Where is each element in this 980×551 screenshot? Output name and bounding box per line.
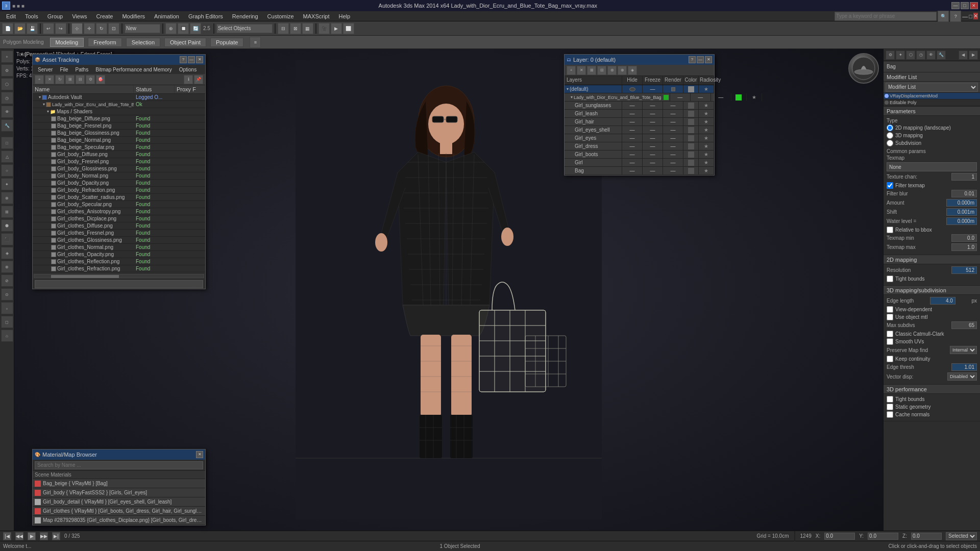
at-pin[interactable]: 📌 bbox=[194, 75, 203, 84]
radio-subdiv-input[interactable] bbox=[887, 140, 893, 146]
lw-close[interactable]: ✕ bbox=[705, 56, 712, 63]
sidebar-motion[interactable]: ◷ bbox=[1, 92, 13, 104]
at-row-8[interactable]: Girl_body_Normal.pngFound bbox=[33, 172, 205, 180]
search-button[interactable]: 🔍 bbox=[938, 11, 949, 22]
texmap-max-input[interactable] bbox=[951, 243, 977, 251]
parameters-header[interactable]: Parameters bbox=[884, 107, 980, 116]
at-row-0[interactable]: Bag_beige_Diffuse.pngFound bbox=[33, 115, 205, 122]
at-row-13[interactable]: Girl_clothes_Anisotropy.pngFound bbox=[33, 208, 205, 215]
at-row-maps[interactable]: ▾ 📁 Maps / Shaders bbox=[33, 108, 205, 115]
tight-bounds-check[interactable]: Tight bounds bbox=[887, 276, 977, 282]
mb-item-0[interactable]: Bag_beige { VRayMtl } [Bag] bbox=[33, 479, 205, 488]
radio-subdivision[interactable]: Subdivision bbox=[887, 140, 977, 146]
sidebar-extra14[interactable]: ◻ bbox=[1, 316, 13, 328]
lw-row-dress[interactable]: Girl_dress —— — ★ bbox=[565, 142, 714, 151]
at-row-1[interactable]: Bag_beige_Fresnel.pngFound bbox=[33, 122, 205, 130]
tex-channel-input[interactable] bbox=[951, 173, 977, 181]
mirror-button[interactable]: ⊟ bbox=[278, 23, 289, 34]
tab-populate[interactable]: Populate bbox=[210, 38, 243, 47]
at-row-7[interactable]: Girl_body_Glossiness.pngFound bbox=[33, 165, 205, 172]
filter-texmap-check[interactable]: Filter texmap bbox=[887, 182, 977, 189]
render-button[interactable]: ▶ bbox=[331, 23, 342, 34]
sidebar-hierarchy[interactable]: ⬡ bbox=[1, 78, 13, 90]
at-row-12[interactable]: Girl_body_Specular.pngFound bbox=[33, 201, 205, 208]
modifier-item-vray[interactable]: VRayDisplacementMod bbox=[884, 93, 980, 99]
cache-normals-input[interactable] bbox=[887, 411, 893, 418]
lw-row-lady[interactable]: ▾Lady_with_Dior_Ecru_and_Blue_Tote_Bag —… bbox=[565, 93, 714, 102]
2d-mapping-header[interactable]: 2D mapping bbox=[884, 255, 980, 264]
sidebar-extra8[interactable]: ⬛ bbox=[1, 233, 13, 245]
menu-tools[interactable]: Tools bbox=[21, 12, 42, 20]
at-row-21[interactable]: Girl_clothes_Refraction.pngFound bbox=[33, 265, 205, 272]
sidebar-extra6[interactable]: ⊞ bbox=[1, 206, 13, 218]
lw-row-bag[interactable]: Bag —— — ★ bbox=[565, 167, 714, 175]
at-row-20[interactable]: Girl_clothes_Reflection.pngFound bbox=[33, 258, 205, 265]
menu-customize[interactable]: Customize bbox=[263, 12, 298, 20]
menu-edit[interactable]: Edit bbox=[2, 12, 20, 20]
align-button[interactable]: ⊠ bbox=[290, 23, 301, 34]
title-close[interactable]: ✕ bbox=[973, 13, 978, 19]
sidebar-extra3[interactable]: ○ bbox=[1, 164, 13, 177]
lw-min[interactable]: — bbox=[697, 56, 704, 63]
at-menu-server[interactable]: Server bbox=[35, 66, 56, 73]
at-row-5[interactable]: Girl_body_Diffuse.pngFound bbox=[33, 151, 205, 158]
menu-group[interactable]: Group bbox=[43, 12, 67, 20]
sb-x-input[interactable] bbox=[824, 533, 855, 540]
sidebar-extra9[interactable]: ◈ bbox=[1, 247, 13, 259]
anim-next-frame[interactable]: ▶▶ bbox=[40, 532, 48, 540]
tight-bounds-3d-input[interactable] bbox=[887, 396, 893, 403]
menu-modifiers[interactable]: Modifiers bbox=[118, 12, 149, 20]
lw-expand-all[interactable]: ⊞ bbox=[587, 66, 596, 75]
amount-input[interactable] bbox=[946, 199, 977, 207]
at-row-15[interactable]: Girl_clothes_Diffuse.pngFound bbox=[33, 222, 205, 230]
view-dependent-input[interactable] bbox=[887, 306, 893, 313]
render-frame[interactable]: ⬜ bbox=[343, 23, 354, 34]
mb-close[interactable]: ✕ bbox=[196, 451, 203, 458]
minimize-button[interactable]: — bbox=[951, 2, 960, 9]
sidebar-extra4[interactable]: ✦ bbox=[1, 178, 13, 190]
at-menu-options[interactable]: Options bbox=[176, 66, 200, 73]
at-menu-bitmap[interactable]: Bitmap Performance and Memory bbox=[92, 66, 175, 73]
at-row-10[interactable]: Girl_body_Refraction.pngFound bbox=[33, 187, 205, 194]
lw-row-girl[interactable]: Girl —— — ★ bbox=[565, 159, 714, 167]
at-info[interactable]: ℹ bbox=[184, 75, 193, 84]
anim-play[interactable]: ▶ bbox=[28, 532, 36, 540]
preserve-map-select[interactable]: Internal bbox=[950, 346, 977, 354]
at-row-4[interactable]: Bag_beige_Specular.pngFound bbox=[33, 144, 205, 151]
3d-mapping-header[interactable]: 3D mapping/subdivision bbox=[884, 286, 980, 295]
rp-icon-5[interactable]: 👁 bbox=[926, 51, 936, 60]
lw-row-eyes-shell[interactable]: Girl_eyes_shell —— — ★ bbox=[565, 126, 714, 134]
title-restore[interactable]: □ bbox=[969, 13, 972, 19]
at-row-3[interactable]: Bag_beige_Normal.pngFound bbox=[33, 137, 205, 144]
help-icon[interactable]: ? bbox=[950, 11, 961, 22]
rp-icon-4[interactable]: ◷ bbox=[916, 51, 925, 60]
radio-2d-input[interactable] bbox=[887, 124, 893, 131]
move-button[interactable]: ✛ bbox=[84, 23, 95, 34]
tab-selection[interactable]: Selection bbox=[126, 38, 160, 47]
lw-row-hair[interactable]: Girl_hair —— — ★ bbox=[565, 118, 714, 126]
modifier-list-header[interactable]: Modifier List bbox=[884, 72, 980, 82]
rp-prev-button[interactable]: ◀ bbox=[959, 51, 968, 60]
lw-row-glasses[interactable]: Girl_sunglasses —— — ★ bbox=[565, 102, 714, 110]
at-refresh[interactable]: ↻ bbox=[55, 75, 64, 84]
select-filter[interactable]: ⊛ bbox=[165, 23, 177, 34]
lw-delete[interactable]: ✕ bbox=[577, 66, 586, 75]
lw-row-default[interactable]: ▾(default) — ★ bbox=[565, 85, 714, 93]
menu-graph-editors[interactable]: Graph Editors bbox=[184, 12, 227, 20]
mb-item-1[interactable]: Girl_body { VRayFastSSS2 } [Girls, Girl_… bbox=[33, 488, 205, 497]
sb-z-input[interactable] bbox=[911, 533, 942, 540]
at-row-18[interactable]: Girl_clothes_Normal.pngFound bbox=[33, 244, 205, 251]
texmap-value[interactable]: None bbox=[887, 162, 977, 171]
at-help[interactable]: ? bbox=[180, 56, 187, 63]
rp-icon-2[interactable]: ✦ bbox=[896, 51, 905, 60]
at-row-vault[interactable]: ▾ Autodesk Vault Logged O... bbox=[33, 94, 205, 101]
rp-next-button[interactable]: ▶ bbox=[969, 51, 978, 60]
at-menu-paths[interactable]: Paths bbox=[72, 66, 92, 73]
lw-highlight[interactable]: ◈ bbox=[628, 66, 637, 75]
smooth-uvs-check[interactable]: Smooth UVs bbox=[887, 338, 977, 345]
at-row-14[interactable]: Girl_clothes_Dicplace.pngFound bbox=[33, 215, 205, 222]
redo-button[interactable]: ↪ bbox=[55, 23, 66, 34]
menu-animation[interactable]: Animation bbox=[150, 12, 183, 20]
keep-continuity-input[interactable] bbox=[887, 356, 893, 362]
undo-button[interactable]: ↩ bbox=[43, 23, 54, 34]
